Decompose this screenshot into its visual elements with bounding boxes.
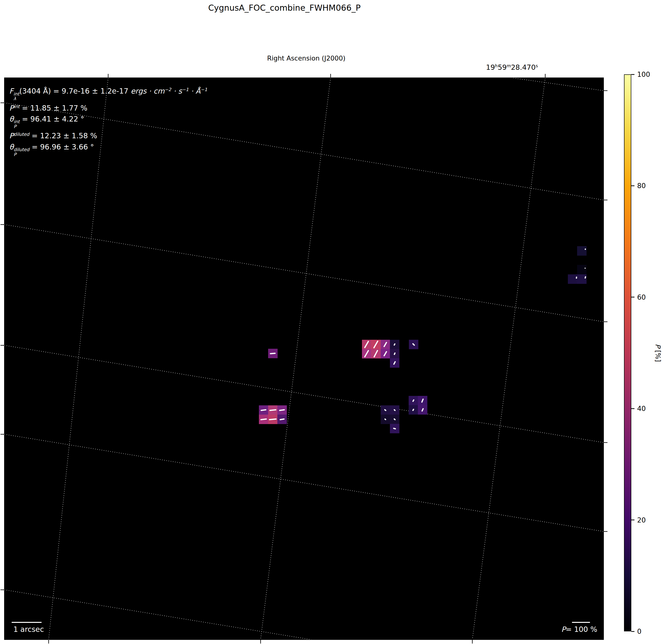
colorbar-tick <box>631 74 635 75</box>
text-token: P <box>561 625 566 633</box>
colorbar-axis-label: P [%] <box>654 344 662 362</box>
text-token: s <box>535 63 538 68</box>
polarization-vector <box>270 353 276 354</box>
text-token: (3404 Å) = 9.7e-16 ± 1.2e-17 <box>19 87 131 95</box>
text-token: ⋅ s <box>171 87 182 95</box>
text-token: P <box>9 132 14 140</box>
text-token: P <box>654 344 662 348</box>
annotation-line: θintP = 96.41 ± 4.22 ° <box>9 113 207 129</box>
text-token: dilutedP <box>14 147 29 157</box>
text-token: −1 <box>182 87 188 92</box>
colorbar-tick-label: 60 <box>637 293 646 301</box>
text-token: θ <box>9 143 14 151</box>
text-token: intP <box>14 119 19 129</box>
x-axis-tick-label: 19h59m28.470s <box>463 63 561 72</box>
figure-canvas: CygnusA_FOC_combine_FWHM066_P Right Asce… <box>0 0 668 644</box>
text-token: θ <box>9 115 14 123</box>
annotation-block: Fintλ(3404 Å) = 9.7e-16 ± 1.2e-17 ergs ⋅… <box>9 84 207 157</box>
colorbar-tick <box>631 631 635 632</box>
colorbar-tick-label: 20 <box>637 516 646 524</box>
polarization-vector <box>584 248 586 250</box>
text-token: P <box>9 104 14 112</box>
text-token: = 100 % <box>566 625 597 633</box>
text-token: [%] <box>654 348 662 362</box>
text-token: = 96.96 ± 3.66 ° <box>29 143 94 151</box>
text-token: ⋅ Å <box>188 87 200 95</box>
text-token: F <box>9 87 13 95</box>
colorbar-tick-label: 40 <box>637 404 646 413</box>
text-token: = 96.41 ± 4.22 ° <box>20 115 84 123</box>
text-token: 59 <box>498 63 507 72</box>
text-token: −2 <box>165 87 171 92</box>
colorbar-tick <box>631 408 635 409</box>
polarization-vector <box>576 276 577 278</box>
colorbar-tick-label: 100 <box>637 71 650 78</box>
text-token: 28.470 <box>511 63 535 72</box>
sky-map-plot: Fintλ(3404 Å) = 9.7e-16 ± 1.2e-17 ergs ⋅… <box>4 78 604 640</box>
arcsec-scalebar <box>12 622 42 623</box>
colorbar-tick <box>631 520 635 520</box>
text-token: diluted <box>14 132 29 137</box>
polarization-cell <box>577 246 587 256</box>
polarization-scalebar-label: P= 100 % <box>561 625 597 633</box>
polarization-scalebar <box>572 622 590 623</box>
annotation-line: Pdiluted = 12.23 ± 1.58 % <box>9 129 207 141</box>
x-axis-label: Right Ascension (J2000) <box>0 55 612 62</box>
annotation-line: θdilutedP = 96.96 ± 3.66 ° <box>9 141 207 157</box>
text-token: int <box>14 104 19 109</box>
text-token: 19 <box>486 63 495 72</box>
text-token: −1 <box>200 87 207 92</box>
text-token: intλ <box>13 92 19 101</box>
text-token: h <box>495 63 498 68</box>
colorbar-tick <box>631 297 635 297</box>
text-token: ergs ⋅ cm <box>131 87 165 95</box>
annotation-line: Fintλ(3404 Å) = 9.7e-16 ± 1.2e-17 ergs ⋅… <box>9 84 207 101</box>
arcsec-scalebar-label: 1 arcsec <box>13 625 44 633</box>
polarization-cell <box>577 274 587 284</box>
annotation-line: Pint = 11.85 ± 1.77 % <box>9 101 207 113</box>
text-token: = 11.85 ± 1.77 % <box>19 104 87 112</box>
polarization-cell <box>577 265 587 274</box>
colorbar-tick-label: 80 <box>637 182 646 190</box>
figure-title: CygnusA_FOC_combine_FWHM066_P <box>0 3 569 13</box>
colorbar-tick <box>631 185 635 186</box>
colorbar <box>624 74 631 631</box>
text-token: = 12.23 ± 1.58 % <box>29 132 97 140</box>
colorbar-tick-label: 0 <box>637 628 641 635</box>
text-token: m <box>506 63 511 68</box>
polarization-cell <box>568 274 577 284</box>
polarization-vector <box>584 267 586 269</box>
